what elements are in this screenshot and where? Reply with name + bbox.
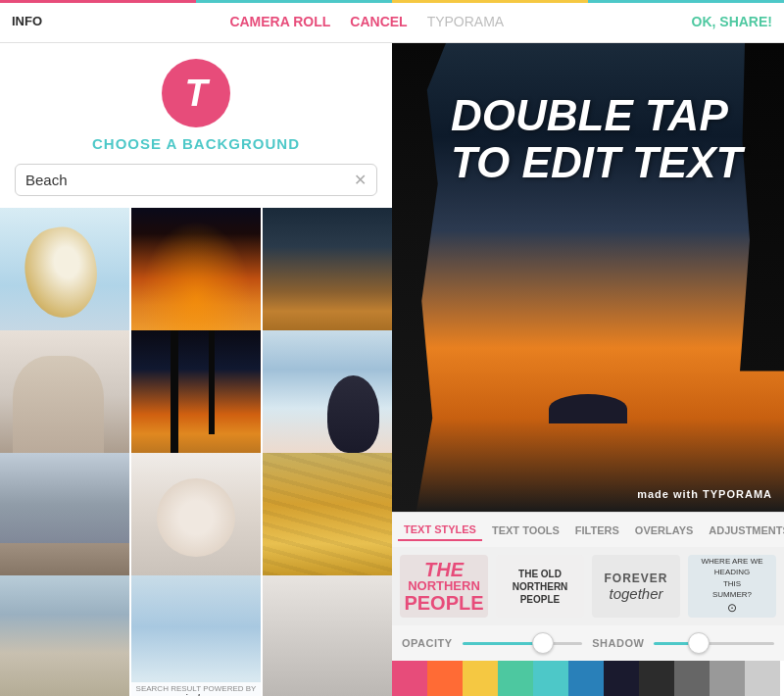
- grid-cell-12[interactable]: [263, 575, 392, 696]
- logo-t-letter: T: [184, 73, 207, 115]
- color-swatch-9[interactable]: [710, 661, 745, 696]
- canvas-watermark: made with TYPORAMA: [637, 488, 772, 500]
- nav-ok-share[interactable]: OK, SHARE!: [692, 14, 772, 29]
- controls-bar: OPACITY SHADOW: [392, 625, 784, 661]
- color-swatch-0[interactable]: [392, 661, 427, 696]
- grid-cell-11[interactable]: SEARCH RESULT POWERED BY pixabay: [131, 575, 261, 696]
- watermark-brand: TYPORAMA: [703, 488, 772, 500]
- grid-cell-6[interactable]: [263, 330, 392, 460]
- grid-cell-3[interactable]: [263, 208, 392, 337]
- shadow-label: SHADOW: [592, 637, 644, 649]
- grid-cell-5[interactable]: [131, 330, 261, 460]
- shadow-slider-thumb[interactable]: [688, 632, 710, 654]
- color-row: [392, 661, 784, 696]
- color-swatch-5[interactable]: [568, 661, 604, 696]
- search-bar: ✕: [15, 164, 377, 196]
- color-swatch-6[interactable]: [604, 661, 639, 696]
- color-swatch-11[interactable]: [780, 661, 784, 696]
- canvas-main-text[interactable]: DOUBLE TAP TO EDIT TEXT: [451, 92, 774, 187]
- tab-text-styles[interactable]: TEXT STYLES: [398, 520, 482, 541]
- text-style-2[interactable]: THE OLD NORTHERN PEOPLE: [496, 555, 584, 618]
- canvas-area[interactable]: DOUBLE TAP TO EDIT TEXT made with TYPORA…: [392, 43, 784, 512]
- main-content: T CHOOSE A BACKGROUND ✕: [0, 43, 784, 696]
- left-panel: T CHOOSE A BACKGROUND ✕: [0, 43, 392, 696]
- opacity-label: OPACITY: [402, 637, 453, 649]
- text-style-4[interactable]: WHERE ARE WE HEADING THIS SUMMER? ⊙: [688, 555, 776, 618]
- search-clear-icon[interactable]: ✕: [354, 171, 367, 189]
- app-logo: T: [162, 59, 230, 127]
- grid-cell-8[interactable]: [131, 453, 261, 582]
- choose-background-title: CHOOSE A BACKGROUND: [92, 135, 300, 152]
- text-style-1[interactable]: THE NORTHERN PEOPLE: [400, 555, 488, 618]
- color-swatch-8[interactable]: [674, 661, 710, 696]
- grid-cell-4[interactable]: [0, 330, 129, 460]
- top-nav: INFO CAMERA ROLL CANCEL TYPORAMA OK, SHA…: [0, 0, 784, 43]
- color-swatch-2[interactable]: [463, 661, 498, 696]
- text-style-3[interactable]: FOREVER together: [592, 555, 680, 618]
- tab-text-tools[interactable]: TEXT TOOLS: [486, 521, 565, 540]
- color-swatch-10[interactable]: [745, 661, 780, 696]
- watermark-prefix: made with: [637, 488, 703, 500]
- search-input[interactable]: [25, 172, 354, 188]
- grid-cell-9[interactable]: [263, 453, 392, 582]
- tab-overlays[interactable]: OVERLAYS: [629, 521, 700, 540]
- nav-info[interactable]: INFO: [12, 14, 42, 28]
- image-grid: SEARCH RESULT POWERED BY pixabay: [0, 208, 392, 696]
- nav-camera-roll[interactable]: CAMERA ROLL: [229, 14, 330, 29]
- color-swatch-7[interactable]: [639, 661, 674, 696]
- grid-cell-7[interactable]: [0, 453, 129, 582]
- grid-cell-2[interactable]: [131, 208, 261, 337]
- color-swatch-1[interactable]: [427, 661, 463, 696]
- grid-cell-1[interactable]: [0, 208, 129, 337]
- nav-cancel[interactable]: CANCEL: [350, 14, 407, 29]
- right-panel: DOUBLE TAP TO EDIT TEXT made with TYPORA…: [392, 43, 784, 696]
- nav-center-group: CAMERA ROLL CANCEL TYPORAMA: [229, 14, 504, 29]
- bottom-tabs: TEXT STYLES TEXT TOOLS FILTERS OVERLAYS …: [392, 512, 784, 547]
- tab-filters[interactable]: FILTERS: [569, 521, 625, 540]
- tab-adjustments[interactable]: ADJUSTMENTS: [703, 521, 784, 540]
- text-styles-panel: THE NORTHERN PEOPLE THE OLD NORTHERN PEO…: [392, 547, 784, 625]
- grid-cell-10[interactable]: [0, 575, 129, 696]
- opacity-slider-thumb[interactable]: [532, 632, 554, 654]
- color-swatch-3[interactable]: [498, 661, 533, 696]
- nav-typorama[interactable]: TYPORAMA: [427, 14, 505, 29]
- color-swatch-4[interactable]: [533, 661, 568, 696]
- pixabay-line1: SEARCH RESULT POWERED BY: [131, 684, 261, 693]
